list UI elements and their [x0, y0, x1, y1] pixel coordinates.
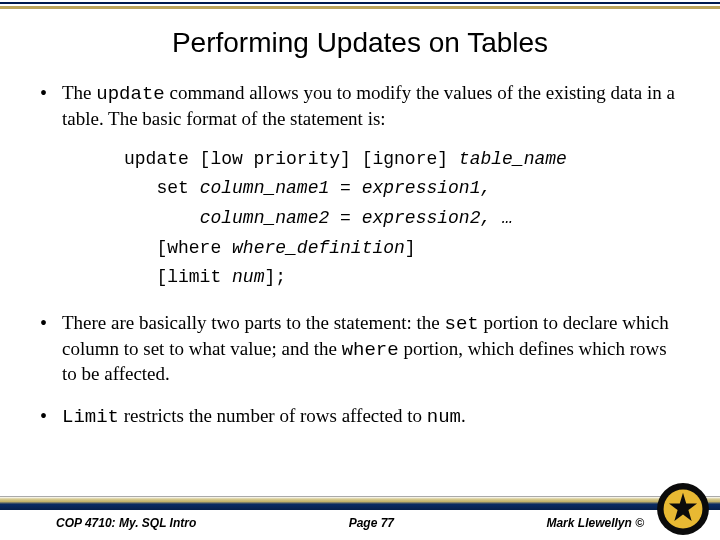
code-l2-italic: column_name1 = expression1, — [200, 178, 492, 198]
ucf-logo-icon — [656, 482, 710, 536]
code-l3-italic: column_name2 = expression2, … — [200, 208, 513, 228]
bullet-3-p2: . — [461, 405, 466, 426]
bullet-1: The update command allows you to modify … — [36, 81, 684, 293]
code-l4-close: ] — [405, 238, 416, 258]
page-title: Performing Updates on Tables — [0, 27, 720, 59]
bullet-list: The update command allows you to modify … — [36, 81, 684, 430]
code-line-4: [where where_definition] — [124, 234, 684, 264]
bullet-3-c1: Limit — [62, 406, 119, 428]
footer: COP 4710: My. SQL Intro Page 77 Mark Lle… — [0, 496, 720, 540]
footer-band — [0, 496, 720, 510]
code-l1-italic: table_name — [459, 149, 567, 169]
footer-course: COP 4710: My. SQL Intro — [56, 516, 196, 530]
code-block: update [low priority] [ignore] table_nam… — [124, 145, 684, 293]
bullet-2: There are basically two parts to the sta… — [36, 311, 684, 386]
footer-page: Page 77 — [349, 516, 394, 530]
bullet-1-text-pre: The — [62, 82, 96, 103]
code-l5-plain: [limit — [124, 267, 232, 287]
code-line-1: update [low priority] [ignore] table_nam… — [124, 145, 684, 175]
code-l5-italic: num — [232, 267, 264, 287]
bullet-3-p1: restricts the number of rows affected to — [119, 405, 427, 426]
bullet-3-c2: num — [427, 406, 461, 428]
code-line-5: [limit num]; — [124, 263, 684, 293]
code-line-3: column_name2 = expression2, … — [124, 204, 684, 234]
slide-content: The update command allows you to modify … — [0, 81, 720, 430]
code-l2-plain: set — [124, 178, 200, 198]
footer-author: Mark Llewellyn © — [546, 516, 644, 530]
top-gold-rule — [0, 6, 720, 9]
code-l1-plain: update [low priority] [ignore] — [124, 149, 459, 169]
code-l4-italic: where_definition — [232, 238, 405, 258]
code-l5-close: ]; — [264, 267, 286, 287]
bullet-2-c1: set — [445, 313, 479, 335]
footer-text-row: COP 4710: My. SQL Intro Page 77 Mark Lle… — [0, 510, 720, 540]
bullet-2-p1: There are basically two parts to the sta… — [62, 312, 445, 333]
bullet-3: Limit restricts the number of rows affec… — [36, 404, 684, 430]
bullet-2-c2: where — [342, 339, 399, 361]
code-l4-plain: [where — [124, 238, 232, 258]
code-l3-plain — [124, 208, 200, 228]
code-line-2: set column_name1 = expression1, — [124, 174, 684, 204]
bullet-1-code: update — [96, 83, 164, 105]
